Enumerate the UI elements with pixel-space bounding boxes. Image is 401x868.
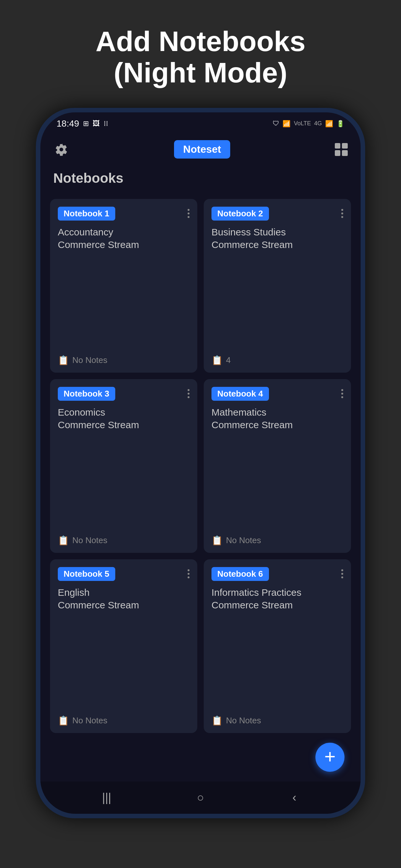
notebook-card-3[interactable]: Notebook 3 Economics Commerce Stream 📋 N… xyxy=(50,379,197,553)
status-icon-dots: ⁞⁞ xyxy=(104,120,108,128)
status-time: 18:49 xyxy=(57,119,79,129)
status-icon-grid: ⊞ xyxy=(83,120,89,128)
status-icon-battery: 🔋 xyxy=(336,120,344,128)
notebook-menu-1[interactable] xyxy=(188,209,189,218)
fab-plus-icon: + xyxy=(324,747,335,766)
notebook-subject-6: Informatics Practices xyxy=(212,587,301,598)
notebook-card-4[interactable]: Notebook 4 Mathematics Commerce Stream 📋… xyxy=(204,379,351,553)
notebook-badge-4: Notebook 4 xyxy=(212,387,269,401)
status-icon-signal: 📶 xyxy=(325,120,333,128)
notebook-badge-5: Notebook 5 xyxy=(58,567,115,581)
notebook-badge-6: Notebook 6 xyxy=(212,567,269,581)
notebook-badge-3: Notebook 3 xyxy=(58,387,115,401)
fab-button[interactable]: + xyxy=(315,743,344,772)
notebook-badge-2: Notebook 2 xyxy=(212,207,269,221)
notebook-subject-3: Economics xyxy=(58,407,105,417)
notebooks-grid: Notebook 1 Accountancy Commerce Stream 📋… xyxy=(40,192,361,740)
notebook-menu-3[interactable] xyxy=(188,389,189,398)
bottom-area: + xyxy=(40,740,361,781)
notes-count-6: No Notes xyxy=(226,716,261,725)
status-icon-4g: 4G xyxy=(314,120,322,127)
notebook-menu-6[interactable] xyxy=(341,569,343,578)
notebook-stream-1: Commerce Stream xyxy=(58,239,139,250)
section-header: Notebooks xyxy=(40,164,361,192)
notes-icon-4: 📋 xyxy=(212,535,223,546)
phone-frame: 18:49 ⊞ 🖼 ⁞⁞ 🛡 📶 VoLTE 4G 📶 🔋 xyxy=(36,108,365,818)
notes-count-1: No Notes xyxy=(72,355,107,365)
notebook-menu-2[interactable] xyxy=(341,209,343,218)
notebook-menu-5[interactable] xyxy=(188,569,189,578)
notebook-menu-4[interactable] xyxy=(341,389,343,398)
grid-view-button[interactable] xyxy=(335,143,348,156)
status-bar: 18:49 ⊞ 🖼 ⁞⁞ 🛡 📶 VoLTE 4G 📶 🔋 xyxy=(40,113,361,135)
notebook-subject-1: Accountancy xyxy=(58,227,113,237)
notes-count-4: No Notes xyxy=(226,535,261,546)
notes-icon-3: 📋 xyxy=(58,535,69,546)
phone-screen: 18:49 ⊞ 🖼 ⁞⁞ 🛡 📶 VoLTE 4G 📶 🔋 xyxy=(40,113,361,814)
notebook-card-6[interactable]: Notebook 6 Informatics Practices Commerc… xyxy=(204,559,351,733)
section-title: Notebooks xyxy=(53,170,123,186)
notebook-stream-4: Commerce Stream xyxy=(212,420,293,430)
notebook-subject-2: Business Studies xyxy=(212,227,286,237)
nav-home-button[interactable]: ○ xyxy=(191,791,210,804)
notes-count-3: No Notes xyxy=(72,535,107,546)
status-icon-volte: VoLTE xyxy=(294,120,311,127)
notes-icon-1: 📋 xyxy=(58,355,69,366)
notes-count-2: 4 xyxy=(226,355,230,365)
notebook-subject-4: Mathematics xyxy=(212,407,266,417)
nav-back-button[interactable]: ‹ xyxy=(285,791,304,804)
notebook-card-2[interactable]: Notebook 2 Business Studies Commerce Str… xyxy=(204,199,351,373)
notebook-badge-1: Notebook 1 xyxy=(58,207,115,221)
app-title-badge: Noteset xyxy=(174,140,230,159)
notes-icon-5: 📋 xyxy=(58,715,69,726)
status-icon-image: 🖼 xyxy=(93,120,100,128)
notes-icon-2: 📋 xyxy=(212,355,223,366)
notebook-subject-5: English xyxy=(58,587,89,598)
nav-bar: ||| ○ ‹ xyxy=(40,781,361,814)
notes-icon-6: 📋 xyxy=(212,715,223,726)
notebook-stream-5: Commerce Stream xyxy=(58,600,139,610)
status-icon-wifi: 📶 xyxy=(282,120,290,128)
page-title: Add Notebooks (Night Mode) xyxy=(76,26,325,89)
notebook-stream-6: Commerce Stream xyxy=(212,600,293,610)
notebook-stream-3: Commerce Stream xyxy=(58,420,139,430)
nav-recent-button[interactable]: ||| xyxy=(97,791,116,804)
app-bar: Noteset xyxy=(40,135,361,164)
notebook-card-5[interactable]: Notebook 5 English Commerce Stream 📋 No … xyxy=(50,559,197,733)
settings-button[interactable] xyxy=(53,142,69,158)
notes-count-5: No Notes xyxy=(72,716,107,725)
notebook-stream-2: Commerce Stream xyxy=(212,239,293,250)
notebook-card-1[interactable]: Notebook 1 Accountancy Commerce Stream 📋… xyxy=(50,199,197,373)
status-icon-shield: 🛡 xyxy=(273,120,279,127)
